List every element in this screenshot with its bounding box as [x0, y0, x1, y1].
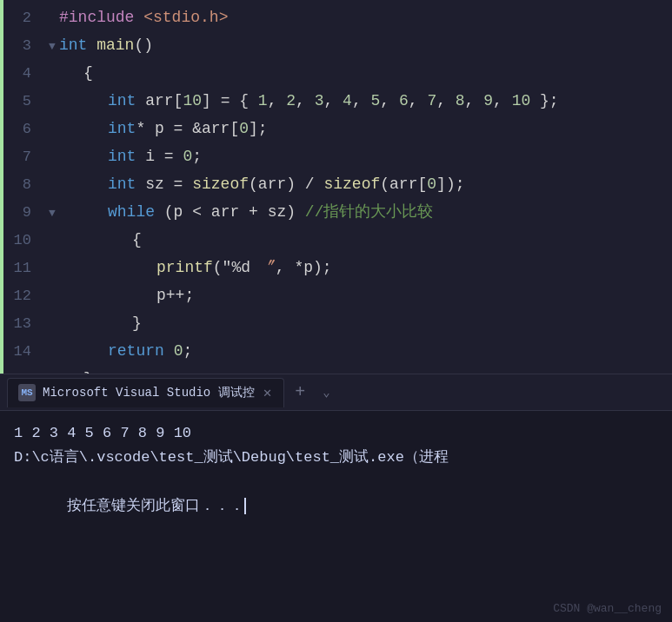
code-line: 13}	[0, 309, 672, 337]
code-content: p++;	[156, 281, 194, 309]
code-lines: 2#include <stdio.h>3▼int main()4{5int ar…	[0, 0, 672, 374]
line-number: 3	[0, 32, 45, 60]
line-number: 7	[0, 143, 45, 171]
token-comment: //指针的大小比较	[305, 203, 434, 221]
code-line: 3▼int main()	[0, 31, 672, 59]
code-line: 5int arr[10] = { 1, 2, 3, 4, 5, 6, 7, 8,…	[0, 87, 672, 115]
token-var: ;	[183, 342, 192, 360]
fold-gutter[interactable]: ▼	[45, 200, 59, 228]
code-content: int i = 0;	[108, 142, 202, 170]
tab-add-button[interactable]: +	[288, 382, 312, 402]
token-var: ];	[249, 120, 268, 137]
token-num: 2	[286, 92, 296, 109]
terminal-tab[interactable]: MS Microsoft Visual Studio 调试控 ✕	[7, 378, 284, 407]
terminal-panel: MS Microsoft Visual Studio 调试控 ✕ + ⌄ 1 2…	[0, 374, 672, 622]
token-var: , *p);	[276, 259, 332, 276]
token-var: }	[83, 370, 93, 374]
code-content: int* p = &arr[0];	[108, 115, 268, 142]
token-num: 5	[371, 92, 381, 109]
token-var: {	[83, 64, 93, 82]
token-var: (arr[	[380, 175, 427, 193]
token-var: ()	[134, 36, 153, 54]
code-content: int arr[10] = { 1, 2, 3, 4, 5, 6, 7, 8, …	[108, 87, 559, 115]
token-kw: int	[108, 148, 136, 165]
terminal-tabs: MS Microsoft Visual Studio 调试控 ✕ + ⌄	[0, 374, 672, 411]
code-line: 7int i = 0;	[0, 142, 672, 170]
token-kw: int	[108, 92, 136, 109]
output-line-2: D:\c语言\.vscode\test_测试\Debug\test_测试.exe…	[14, 446, 658, 470]
watermark: CSDN @wan__cheng	[553, 602, 662, 615]
code-content: #include <stdio.h>	[59, 3, 228, 31]
line-number: 9	[0, 199, 45, 227]
token-num: 0	[239, 120, 249, 137]
code-line: 2#include <stdio.h>	[0, 3, 672, 31]
token-var: ,	[436, 92, 456, 109]
token-var: ,	[465, 92, 484, 109]
token-num: 6	[399, 92, 409, 109]
line-number: 13	[0, 310, 45, 338]
token-num: 1	[258, 92, 268, 109]
code-line: 9▼while (p < arr + sz) //指针的大小比较	[0, 198, 672, 226]
token-kw: int	[108, 120, 136, 137]
token-var: ,	[380, 92, 399, 109]
code-content: {	[83, 59, 93, 87]
token-kw: int	[108, 175, 136, 193]
line-number: 8	[0, 171, 45, 199]
code-content: {	[132, 226, 142, 254]
token-var: {	[132, 231, 142, 248]
token-num: 8	[456, 92, 465, 109]
tab-icon: MS	[18, 384, 36, 401]
code-line: 6int* p = &arr[0];	[0, 115, 672, 142]
code-editor: 2#include <stdio.h>3▼int main()4{5int ar…	[0, 0, 672, 374]
code-content: while (p < arr + sz) //指针的大小比较	[108, 198, 433, 226]
token-var: arr[	[136, 92, 183, 109]
token-var: i =	[136, 148, 183, 165]
token-num: 4	[343, 92, 352, 109]
token-var: sz =	[136, 175, 192, 193]
tab-close-button[interactable]: ✕	[262, 384, 274, 401]
token-kw: return	[108, 342, 164, 360]
token-var: ,	[268, 92, 287, 109]
token-str: 〞	[260, 259, 276, 276]
token-var: ,	[493, 92, 512, 109]
tab-dropdown-button[interactable]: ⌄	[316, 385, 336, 400]
token-var: ("%d	[213, 259, 260, 276]
token-var: ,	[296, 92, 315, 109]
output-line-1: 1 2 3 4 5 6 7 8 9 10	[14, 421, 658, 446]
line-number: 15	[0, 366, 45, 374]
token-fn: printf	[156, 259, 213, 276]
line-number: 5	[0, 88, 45, 116]
code-content: return 0;	[108, 337, 192, 365]
token-fn: main	[96, 36, 134, 54]
token-preproc: #include	[59, 9, 143, 26]
code-line: 11printf("%d 〞, *p);	[0, 254, 672, 281]
token-var: ]);	[436, 175, 464, 193]
code-content: int main()	[59, 31, 153, 59]
token-var	[87, 36, 96, 54]
line-number: 10	[0, 227, 45, 255]
token-var: ,	[409, 92, 428, 109]
token-num: 7	[427, 92, 436, 109]
line-number: 14	[0, 338, 45, 366]
token-var	[164, 342, 174, 360]
line-number: 6	[0, 116, 45, 143]
token-var: (p < arr + sz)	[155, 203, 305, 221]
token-num: 3	[315, 92, 324, 109]
output-text-3: 按任意键关闭此窗口．．．	[67, 498, 244, 514]
code-content: }	[83, 365, 93, 374]
fold-gutter[interactable]: ▼	[45, 33, 59, 61]
code-line: 15}	[0, 365, 672, 374]
code-line: 12p++;	[0, 281, 672, 309]
token-var: };	[530, 92, 558, 109]
output-line-3: 按任意键关闭此窗口．．．	[14, 470, 658, 543]
code-line: 10{	[0, 226, 672, 254]
token-fn: sizeof	[323, 175, 380, 193]
line-number: 2	[0, 4, 45, 32]
token-var: ] = {	[202, 92, 258, 109]
left-accent	[0, 0, 3, 374]
token-kw: int	[59, 36, 87, 54]
token-var: ;	[192, 148, 202, 165]
token-num: 10	[183, 92, 202, 109]
token-var: (arr) /	[249, 175, 323, 193]
token-num: 10	[512, 92, 531, 109]
